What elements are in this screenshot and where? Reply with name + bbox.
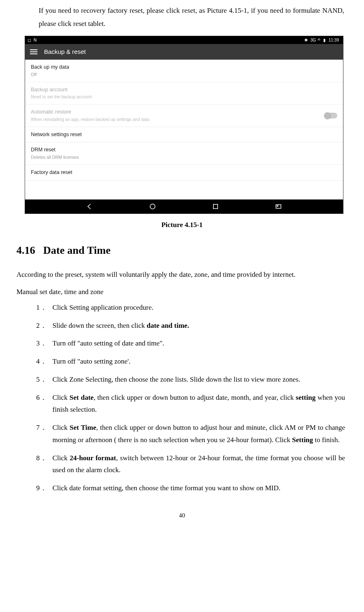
bluetooth-icon: ✱ [304, 38, 308, 42]
setting-row-backup-data[interactable]: Back up my data Off [25, 60, 343, 82]
setting-title: Backup account [31, 86, 92, 94]
body-paragraph: According to the preset, system will vol… [16, 268, 348, 281]
setting-title: DRM reset [31, 146, 79, 154]
setting-subtitle: Deletes all DRM licenses [31, 154, 79, 161]
intro-paragraph: If you need to recovery factory reset, p… [39, 4, 344, 31]
home-icon[interactable] [149, 203, 156, 210]
back-icon[interactable] [86, 203, 93, 210]
android-screenshot: ◻ N ✱ 3G³⁵ ▮ 11:39 Backup & reset Back u… [25, 36, 343, 214]
svg-rect-2 [276, 204, 281, 208]
network-icon: 3G [311, 38, 316, 42]
list-item: 9．Click date format setting, then choose… [36, 482, 345, 494]
steps-list: 1．Click Setting application procedure. 2… [36, 301, 345, 494]
list-item: 4．Turn off "auto setting zone'. [36, 355, 345, 368]
svg-rect-3 [277, 205, 278, 206]
toggle-switch[interactable] [325, 113, 337, 118]
setting-row-backup-account[interactable]: Backup account Need to set the backup ac… [25, 82, 343, 105]
setting-row-network-reset[interactable]: Network settings reset [25, 127, 343, 143]
setting-subtitle: When reinstalling an app, restore backed… [31, 116, 149, 123]
list-item: 1．Click Setting application procedure. [36, 301, 345, 314]
settings-list: Back up my data Off Backup account Need … [25, 60, 343, 199]
menu-icon[interactable] [30, 49, 37, 54]
list-item: 2．Slide down the screen, then click date… [36, 320, 345, 332]
page-number: 40 [16, 511, 348, 520]
navigation-bar [25, 199, 343, 213]
setting-subtitle: Off [31, 72, 69, 78]
setting-title: Back up my data [31, 63, 69, 71]
list-item: 5．Click Zone Selecting, then choose the … [36, 373, 345, 386]
figure-caption: Picture 4.15-1 [16, 220, 348, 230]
list-item: 6．Click Set date, then click upper or do… [36, 392, 345, 416]
recent-icon[interactable] [212, 203, 219, 210]
status-bar: ◻ N ✱ 3G³⁵ ▮ 11:39 [25, 36, 343, 44]
setting-row-drm-reset[interactable]: DRM reset Deletes all DRM licenses [25, 142, 343, 165]
list-item: 3．Turn off "auto setting of date and tim… [36, 337, 345, 350]
setting-row-factory-reset[interactable]: Factory data reset [25, 165, 343, 181]
setting-title: Automatic restore [31, 108, 149, 116]
setting-subtitle: Need to set the backup account [31, 94, 92, 100]
body-paragraph: Manual set date, time and zone [16, 285, 348, 298]
battery-icon: ▮ [323, 38, 326, 42]
svg-rect-1 [213, 204, 218, 209]
section-number: 4.16 [16, 244, 35, 256]
status-icon: N [34, 38, 37, 42]
clock-text: 11:39 [329, 38, 339, 42]
svg-point-0 [150, 204, 155, 209]
list-item: 8．Click 24-hour format, switch between 1… [36, 452, 345, 477]
setting-title: Factory data reset [31, 169, 72, 176]
blank-row [25, 181, 343, 199]
setting-title: Network settings reset [31, 131, 82, 139]
section-title: Date and Time [43, 244, 111, 256]
signal-icon: ³⁵ [318, 38, 320, 42]
setting-row-auto-restore[interactable]: Automatic restore When reinstalling an a… [25, 104, 343, 127]
app-bar: Backup & reset [25, 44, 343, 60]
app-bar-title: Backup & reset [44, 47, 86, 57]
section-heading: 4.16 Date and Time [16, 242, 348, 258]
status-icon: ◻ [28, 38, 31, 42]
list-item: 7．Click Set Time, then click upper or do… [36, 422, 345, 446]
extra-nav-icon[interactable] [275, 203, 282, 210]
